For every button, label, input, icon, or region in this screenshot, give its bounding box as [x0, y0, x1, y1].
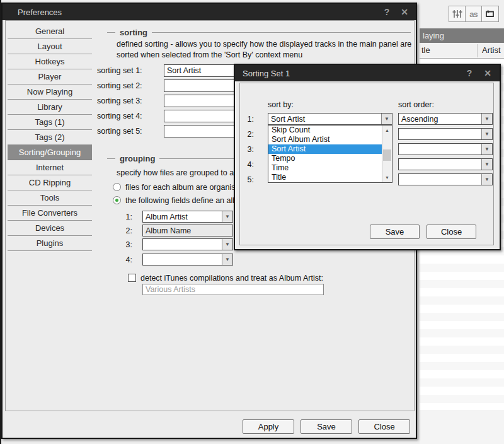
row-2-number: 2: — [241, 130, 254, 139]
sort-order-combo-3[interactable]: ▼ — [398, 143, 493, 155]
grouping-field-1-combo[interactable]: Album Artist ▼ — [142, 211, 233, 223]
sorting-description-line2: sorted when selected from the 'Sort By' … — [117, 50, 302, 59]
grouping-field-4-label: 4: — [120, 255, 132, 264]
dropdown-item-title[interactable]: Title — [268, 173, 392, 182]
window-title: Preferences — [3, 8, 62, 17]
sort-order-label: sort order: — [398, 100, 434, 109]
sidebar-item-tags-2[interactable]: Tags (2) — [8, 130, 92, 145]
sorting-section-header: sorting — [107, 28, 411, 37]
album-folder-radio-label: files for each album are organised — [125, 183, 244, 192]
sidebar-item-cd-ripping[interactable]: CD Ripping — [8, 175, 92, 190]
chevron-down-icon[interactable]: ▼ — [222, 211, 232, 222]
chevron-down-icon[interactable]: ▼ — [481, 174, 492, 185]
chevron-down-icon[interactable]: ▼ — [481, 114, 492, 124]
title-column-partial[interactable]: tle — [420, 45, 430, 55]
fields-define-album-radio-label: the following fields define an albu — [125, 196, 241, 205]
header-rule — [107, 32, 115, 33]
close-window-button[interactable]: ✕ — [481, 67, 494, 79]
sidebar-item-devices[interactable]: Devices — [8, 221, 92, 236]
dialog-close-button[interactable]: Close — [427, 225, 476, 239]
dropdown-item-skip-count[interactable]: Skip Count — [268, 126, 392, 135]
grouping-header-label: grouping — [120, 154, 155, 163]
apply-button[interactable]: Apply — [243, 419, 294, 434]
grouping-field-1-value: Album Artist — [143, 213, 222, 221]
sidebar-item-tools[interactable]: Tools — [8, 190, 92, 206]
dialog-title: Sorting Set 1 — [235, 69, 290, 78]
grouping-field-2-label: 2: — [120, 226, 132, 235]
save-button[interactable]: Save — [301, 419, 352, 434]
dropdown-scrollbar[interactable]: ▲ ▼ — [382, 126, 392, 182]
close-button[interactable]: Close — [358, 419, 410, 434]
sidebar-item-player[interactable]: Player — [8, 69, 92, 85]
sorting-set-titlebar[interactable]: Sorting Set 1 ? ✕ — [235, 65, 500, 81]
dropdown-item-time[interactable]: Time — [268, 163, 392, 173]
equalizer-button[interactable] — [449, 6, 466, 21]
detect-itunes-compilations-checkbox[interactable] — [128, 274, 136, 282]
now-playing-header: laying — [420, 28, 504, 43]
equalizer-icon — [452, 9, 462, 18]
grouping-field-3-label: 3: — [120, 240, 132, 249]
repeat-button[interactable] — [482, 6, 498, 21]
close-window-button[interactable]: ✕ — [398, 6, 411, 18]
dialog-save-button[interactable]: Save — [370, 225, 420, 239]
grouping-field-2-value: Album Name — [143, 226, 232, 235]
sort-by-label: sort by: — [268, 100, 294, 109]
sort-order-combo-4[interactable]: ▼ — [398, 158, 493, 170]
chevron-down-icon[interactable]: ▼ — [481, 129, 492, 139]
chevron-down-icon[interactable]: ▼ — [381, 114, 392, 124]
sidebar-item-general[interactable]: General — [8, 24, 92, 39]
grouping-field-1-label: 1: — [120, 213, 132, 221]
scrollbar-thumb[interactable] — [383, 149, 391, 161]
chevron-down-icon[interactable]: ▼ — [222, 239, 232, 250]
grouping-field-3-combo[interactable]: ▼ — [142, 238, 233, 250]
sort-order-combo-1[interactable]: Ascending ▼ — [398, 113, 493, 125]
sidebar-item-library[interactable]: Library — [8, 100, 92, 115]
sort-order-combo-5[interactable]: ▼ — [398, 173, 493, 185]
dropdown-item-sort-artist[interactable]: Sort Artist — [268, 144, 392, 154]
chevron-down-icon[interactable]: ▼ — [481, 159, 492, 170]
now-playing-label: laying — [423, 31, 444, 40]
dropdown-item-tempo[interactable]: Tempo — [268, 154, 392, 163]
scroll-up-icon[interactable]: ▲ — [382, 126, 392, 135]
column-divider — [477, 44, 478, 57]
grouping-field-4-combo[interactable]: ▼ — [142, 254, 233, 266]
tracklist-column-header[interactable]: tle Artist — [420, 43, 504, 59]
sort-order-combo-1-value: Ascending — [399, 115, 481, 124]
fields-define-album-radio[interactable] — [113, 196, 121, 204]
sorting-set-dialog: Sorting Set 1 ? ✕ sort by: sort order: 1… — [234, 64, 501, 250]
sidebar-item-internet[interactable]: Internet — [8, 160, 92, 175]
sidebar-item-file-converters[interactable]: File Converters — [8, 206, 92, 221]
sorting-description-line1: defined sorting - allows you to specify … — [117, 40, 411, 49]
scroll-down-icon[interactable]: ▼ — [382, 173, 392, 182]
grouping-description: specify how files are grouped to an a — [117, 168, 245, 177]
dropdown-item-sort-album-artist[interactable]: Sort Album Artist — [268, 135, 392, 144]
sorting-set-1-label: sorting set 1: — [97, 66, 161, 75]
row-1-number: 1: — [241, 115, 254, 124]
sidebar-item-layout[interactable]: Layout — [8, 39, 92, 54]
preferences-titlebar[interactable]: Preferences ? ✕ — [3, 4, 416, 20]
grouping-field-2-combo: Album Name — [142, 225, 233, 237]
sidebar-item-now-playing[interactable]: Now Playing — [8, 85, 92, 100]
sort-order-combo-2[interactable]: ▼ — [398, 128, 493, 140]
row-4-number: 4: — [241, 160, 254, 169]
header-rule — [152, 32, 411, 33]
sidebar-item-tags-1[interactable]: Tags (1) — [8, 115, 92, 130]
background-toolbar: as — [449, 6, 499, 22]
help-button[interactable]: ? — [463, 67, 476, 79]
compilation-artist-field[interactable] — [142, 284, 324, 295]
lastfm-button[interactable]: as — [466, 6, 482, 21]
sidebar-item-hotkeys[interactable]: Hotkeys — [8, 54, 92, 69]
sorting-header-label: sorting — [120, 28, 147, 37]
artist-column[interactable]: Artist — [482, 43, 501, 58]
tracklist-area — [420, 410, 504, 444]
help-button[interactable]: ? — [381, 6, 393, 18]
chevron-down-icon[interactable]: ▼ — [222, 254, 232, 265]
chevron-down-icon[interactable]: ▼ — [481, 144, 492, 155]
lastfm-icon: as — [469, 9, 477, 19]
sort-by-combo-1-value: Sort Artist — [268, 115, 381, 124]
sidebar-item-plugins[interactable]: Plugins — [8, 236, 92, 251]
sidebar-item-sorting-grouping[interactable]: Sorting/Grouping — [8, 145, 92, 160]
sort-by-combo-1[interactable]: Sort Artist ▼ — [268, 113, 392, 125]
album-folder-radio[interactable] — [113, 183, 121, 191]
repeat-icon — [485, 9, 495, 18]
